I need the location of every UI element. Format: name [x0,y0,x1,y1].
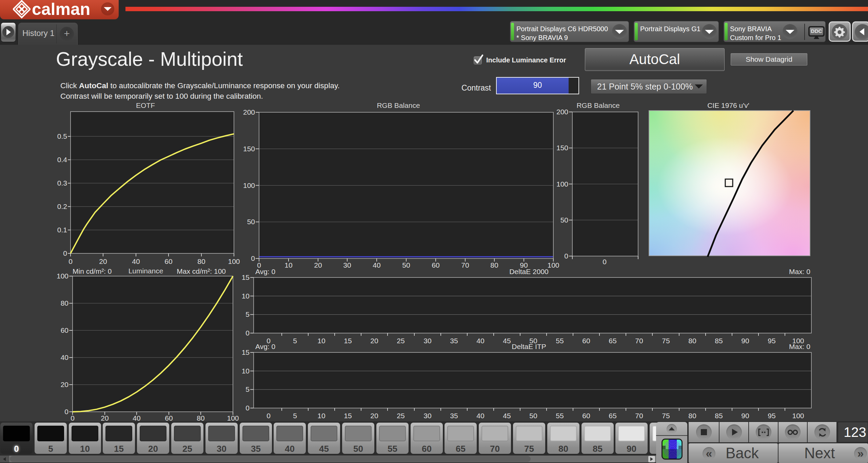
svg-text:35: 35 [450,412,458,420]
svg-text:15: 15 [344,412,352,420]
svg-text:85: 85 [715,412,723,420]
svg-text:85: 85 [715,337,723,345]
svg-text:50: 50 [402,261,410,269]
svg-text:65: 65 [609,412,616,420]
svg-text:5: 5 [293,412,297,420]
svg-text:RGB Balance: RGB Balance [377,101,420,109]
svg-text:70: 70 [461,261,469,269]
svg-text:Luminance: Luminance [129,267,163,275]
svg-text:60: 60 [432,261,439,269]
svg-text:0: 0 [64,408,68,416]
svg-text:60: 60 [165,414,173,422]
svg-text:Max cd/m²: 100: Max cd/m²: 100 [177,267,226,275]
svg-text:50: 50 [529,412,537,420]
svg-text:200: 200 [556,108,568,116]
svg-text:DeltaE 2000: DeltaE 2000 [509,268,549,275]
svg-text:30: 30 [423,412,431,420]
svg-text:40: 40 [133,414,140,422]
svg-text:Avg: 0: Avg: 0 [255,268,275,275]
svg-text:100: 100 [227,414,239,422]
svg-text:EOTF: EOTF [136,101,155,109]
svg-text:CIE 1976 u'v': CIE 1976 u'v' [707,101,749,109]
svg-text:Min cd/m²: 0: Min cd/m²: 0 [73,267,112,275]
svg-text:0.5: 0.5 [57,132,67,140]
svg-text:0: 0 [63,249,67,257]
svg-text:60: 60 [61,326,68,334]
svg-text:0: 0 [245,329,250,337]
svg-text:150: 150 [243,145,255,153]
svg-text:80: 80 [61,299,68,307]
svg-text:20: 20 [101,414,108,422]
svg-text:10: 10 [284,261,292,269]
svg-text:75: 75 [662,337,670,345]
svg-text:65: 65 [609,337,616,345]
svg-text:50: 50 [247,218,255,226]
svg-text:0: 0 [603,258,607,266]
svg-text:100: 100 [243,181,255,189]
svg-text:55: 55 [556,337,564,345]
svg-text:0: 0 [564,252,568,260]
svg-text:RGB Balance: RGB Balance [576,101,619,109]
svg-text:Max: 0: Max: 0 [789,268,810,275]
svg-text:100: 100 [57,272,68,280]
svg-text:100: 100 [228,257,240,265]
svg-text:100: 100 [792,412,804,420]
svg-text:25: 25 [397,412,405,420]
svg-text:40: 40 [132,257,140,265]
svg-text:60: 60 [164,257,172,265]
svg-text:40: 40 [373,261,380,269]
svg-text:20: 20 [99,257,107,265]
svg-text:60: 60 [582,337,590,345]
svg-text:80: 80 [197,414,204,422]
svg-text:Max: 0: Max: 0 [789,343,810,350]
svg-text:10: 10 [317,337,325,345]
svg-text:20: 20 [370,412,378,420]
svg-text:5: 5 [245,385,250,393]
svg-text:150: 150 [556,144,568,152]
svg-text:20: 20 [370,337,378,345]
svg-text:80: 80 [688,412,696,420]
svg-text:Avg: 0: Avg: 0 [255,343,275,350]
svg-text:95: 95 [768,412,775,420]
svg-text:40: 40 [476,337,484,345]
svg-text:40: 40 [476,412,484,420]
svg-text:0: 0 [267,412,271,420]
svg-text:10: 10 [317,412,325,420]
svg-text:20: 20 [314,261,322,269]
svg-text:80: 80 [197,257,205,265]
svg-text:0: 0 [245,404,250,412]
svg-text:0: 0 [71,414,75,422]
svg-text:70: 70 [635,412,643,420]
svg-text:90: 90 [741,337,749,345]
svg-text:45: 45 [503,337,511,345]
svg-text:60: 60 [582,412,590,420]
svg-text:45: 45 [503,412,511,420]
svg-text:10: 10 [242,292,250,300]
svg-text:35: 35 [450,337,458,345]
svg-text:80: 80 [490,261,498,269]
svg-text:90: 90 [741,412,749,420]
svg-text:0: 0 [68,257,73,265]
svg-text:30: 30 [423,337,431,345]
svg-text:15: 15 [344,337,352,345]
svg-text:200: 200 [243,108,255,116]
svg-text:20: 20 [61,381,68,388]
svg-text:0.2: 0.2 [57,202,67,210]
svg-text:80: 80 [688,337,696,345]
svg-text:0.3: 0.3 [57,179,67,187]
svg-text:100: 100 [556,180,568,188]
svg-text:95: 95 [768,337,775,345]
svg-text:50: 50 [560,216,568,224]
svg-text:10: 10 [242,367,250,375]
svg-text:0.1: 0.1 [57,226,67,234]
svg-text:25: 25 [397,337,405,345]
svg-text:0.4: 0.4 [57,156,67,163]
svg-text:40: 40 [61,353,68,361]
svg-text:70: 70 [635,337,643,345]
svg-text:0: 0 [251,254,255,262]
svg-text:55: 55 [556,412,564,420]
svg-text:100: 100 [547,261,559,269]
svg-text:75: 75 [662,412,670,420]
svg-text:15: 15 [242,273,250,281]
svg-text:15: 15 [242,348,250,356]
